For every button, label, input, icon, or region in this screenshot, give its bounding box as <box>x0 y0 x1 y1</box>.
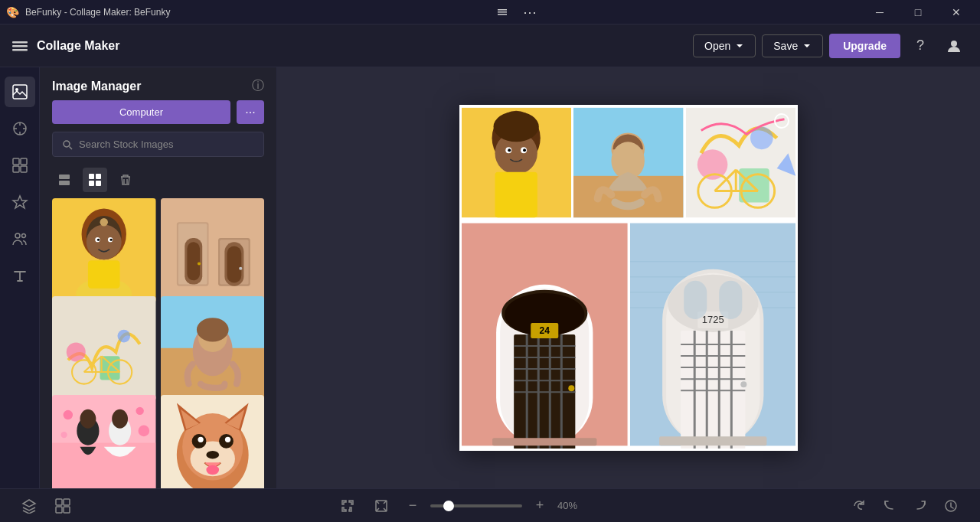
zoom-in-button[interactable]: + <box>528 494 551 517</box>
thumbnail-4[interactable] <box>161 296 265 400</box>
sidebar-layouts-button[interactable] <box>5 150 35 181</box>
svg-point-68 <box>136 406 143 414</box>
delete-images-button[interactable] <box>113 168 138 192</box>
sidebar-images-button[interactable] <box>5 77 35 107</box>
grid-layout-button[interactable] <box>49 492 77 520</box>
zoom-out-button[interactable]: − <box>401 494 424 517</box>
svg-rect-30 <box>88 260 120 288</box>
upgrade-button[interactable]: Upgrade <box>829 34 900 58</box>
svg-point-31 <box>100 218 108 226</box>
svg-rect-19 <box>89 181 94 186</box>
panel-info-button[interactable]: ⓘ <box>252 78 264 94</box>
collage-cell-3[interactable] <box>686 107 795 218</box>
panel-title: Image Manager <box>52 80 141 93</box>
help-button[interactable]: ? <box>906 32 934 60</box>
collage-cell-5[interactable]: 1725 <box>630 220 796 449</box>
double-column-view-button[interactable] <box>83 168 107 192</box>
save-button[interactable]: Save <box>762 34 823 57</box>
fit-canvas-button[interactable] <box>368 492 395 520</box>
more-sources-button[interactable]: ··· <box>237 100 264 124</box>
svg-rect-2 <box>12 49 28 51</box>
account-button[interactable] <box>940 32 968 60</box>
thumbnails-grid <box>40 198 276 488</box>
svg-point-46 <box>117 330 130 343</box>
svg-rect-154 <box>659 436 766 445</box>
svg-rect-156 <box>64 499 70 505</box>
svg-point-128 <box>568 385 574 391</box>
thumbnail-6[interactable] <box>161 395 265 488</box>
svg-rect-62 <box>52 442 156 488</box>
thumbnail-3[interactable] <box>52 296 156 400</box>
svg-point-11 <box>15 233 20 238</box>
undo-button[interactable] <box>876 492 903 520</box>
svg-rect-152 <box>719 281 742 319</box>
fit-screen-button[interactable] <box>334 492 361 520</box>
svg-rect-138 <box>681 331 745 449</box>
svg-rect-1 <box>12 45 28 47</box>
panel-header: Image Manager ⓘ <box>40 67 276 100</box>
image-grid-controls <box>40 165 276 198</box>
svg-point-42 <box>197 262 200 265</box>
status-bar: − + 40% <box>0 488 980 522</box>
sidebar-effects-button[interactable] <box>5 113 35 144</box>
svg-point-66 <box>112 409 128 428</box>
titlebar: 🎨 BeFunky - Collage Maker: BeFunky ⋯ ─ □… <box>0 0 980 24</box>
canvas-area: 24 <box>277 67 980 488</box>
svg-point-29 <box>110 239 113 241</box>
svg-rect-155 <box>56 499 62 505</box>
status-left <box>15 492 77 520</box>
stock-search-button[interactable]: Search Stock Images <box>52 132 264 157</box>
svg-rect-151 <box>684 281 707 319</box>
refresh-button[interactable] <box>845 492 873 520</box>
svg-point-92 <box>508 148 511 152</box>
svg-text:24: 24 <box>540 325 550 336</box>
sidebar-icons <box>0 67 40 488</box>
collage-cell-2[interactable] <box>573 107 683 218</box>
svg-rect-18 <box>96 174 101 179</box>
status-right <box>845 492 965 520</box>
svg-point-69 <box>60 432 67 438</box>
panel-actions: Computer ··· <box>40 100 276 132</box>
svg-point-13 <box>64 141 70 147</box>
svg-rect-16 <box>59 181 70 185</box>
extensions-button[interactable] <box>492 2 513 23</box>
svg-point-24 <box>87 224 122 259</box>
hamburger-button[interactable] <box>12 38 28 54</box>
svg-rect-129 <box>492 438 596 445</box>
svg-point-43 <box>239 267 242 270</box>
computer-button[interactable]: Computer <box>52 100 230 124</box>
svg-text:1725: 1725 <box>701 314 724 325</box>
sidebar-graphics-button[interactable] <box>5 187 35 217</box>
minimize-button[interactable]: ─ <box>862 0 897 24</box>
svg-rect-9 <box>13 166 19 172</box>
thumbnail-1[interactable] <box>52 198 156 302</box>
redo-button[interactable] <box>906 492 934 520</box>
svg-rect-15 <box>59 175 70 179</box>
collage-top-row <box>462 107 795 218</box>
titlebar-extensions: ⋯ <box>492 2 541 23</box>
sidebar-people-button[interactable] <box>5 223 35 254</box>
history-button[interactable] <box>937 492 965 520</box>
more-options-button[interactable]: ⋯ <box>519 2 541 23</box>
app-title: Collage Maker <box>37 39 119 53</box>
thumbnail-5[interactable] <box>52 395 156 488</box>
svg-rect-8 <box>21 158 27 165</box>
single-column-view-button[interactable] <box>52 168 77 192</box>
maximize-button[interactable]: □ <box>900 0 936 24</box>
svg-point-93 <box>523 148 526 152</box>
titlebar-controls: ─ □ ✕ <box>862 0 974 24</box>
svg-rect-4 <box>13 85 27 99</box>
svg-rect-0 <box>12 41 28 44</box>
svg-rect-7 <box>13 158 19 165</box>
zoom-slider[interactable] <box>430 504 522 507</box>
svg-rect-158 <box>64 507 70 513</box>
content-area: Image Manager ⓘ Computer ··· Search Stoc… <box>0 67 980 488</box>
open-button[interactable]: Open <box>693 34 756 57</box>
collage-cell-1[interactable] <box>462 107 571 218</box>
thumbnail-2[interactable] <box>161 198 265 302</box>
close-button[interactable]: ✕ <box>939 0 974 24</box>
svg-point-3 <box>951 41 957 47</box>
layers-button[interactable] <box>15 492 43 520</box>
collage-cell-4[interactable]: 24 <box>462 220 628 449</box>
sidebar-text-button[interactable] <box>5 260 35 291</box>
